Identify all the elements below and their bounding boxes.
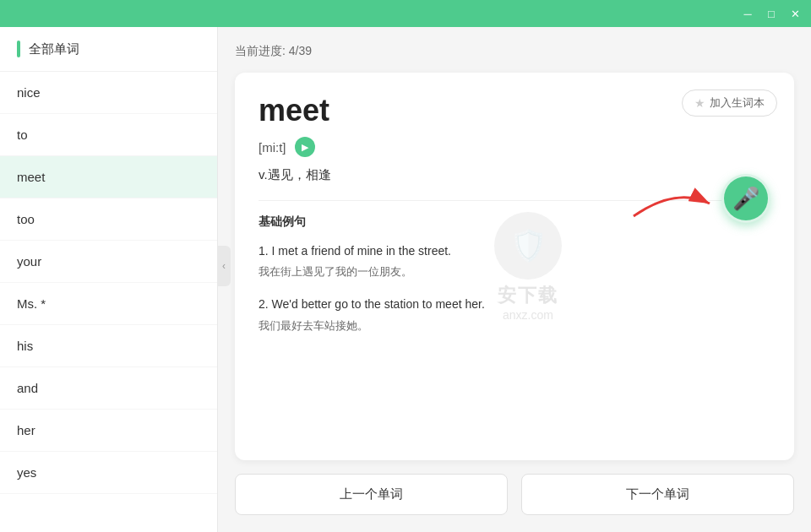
sidebar-title: 全部单词	[29, 41, 79, 57]
example-item-1: 1. I met a friend of mine in the street.…	[259, 242, 770, 281]
microphone-button[interactable]: 🎤	[721, 174, 770, 223]
sidebar-item-too[interactable]: too	[0, 198, 217, 241]
examples-title: 基础例句	[259, 214, 770, 230]
word-definition: v.遇见，相逢	[259, 167, 770, 183]
prev-word-button[interactable]: 上一个单词	[235, 474, 508, 515]
star-icon: ★	[694, 96, 705, 110]
example-2-zh: 我们最好去车站接她。	[259, 318, 770, 335]
phonetic-text: [mi:t]	[259, 140, 286, 155]
sidebar-item-nice[interactable]: nice	[0, 72, 217, 114]
window-controls: ─ □ ✕	[738, 6, 804, 21]
sidebar-item-ms[interactable]: Ms. *	[0, 283, 217, 325]
sidebar-indicator	[17, 41, 20, 57]
example-2-en: 2. We'd better go to the station to meet…	[259, 295, 770, 313]
sidebar-item-to[interactable]: to	[0, 114, 217, 156]
minimize-button[interactable]: ─	[738, 6, 757, 21]
microphone-icon: 🎤	[732, 186, 759, 212]
sound-icon: ▶	[302, 142, 308, 153]
add-vocab-button[interactable]: ★ 加入生词本	[682, 90, 777, 117]
main-layout: 全部单词 nice to meet too your Ms. * his	[0, 27, 811, 532]
word-phonetic: [mi:t] ▶	[259, 137, 770, 157]
example-1-en: 1. I met a friend of mine in the street.	[259, 242, 770, 260]
progress-label: 当前进度: 4/39	[235, 44, 794, 59]
example-1-zh: 我在街上遇见了我的一位朋友。	[259, 263, 770, 281]
content-area: 当前进度: 4/39 ★ 加入生词本 meet [mi:t] ▶ v.遇见，相逢	[218, 27, 811, 532]
examples-section: 基础例句 1. I met a friend of mine in the st…	[259, 200, 770, 334]
sidebar-header: 全部单词	[0, 27, 217, 72]
sidebar-item-his[interactable]: his	[0, 325, 217, 367]
collapse-sidebar-button[interactable]: ‹	[217, 246, 231, 286]
sidebar-item-and[interactable]: and	[0, 367, 217, 410]
card-top-right: ★ 加入生词本	[682, 90, 777, 117]
sound-button[interactable]: ▶	[295, 137, 315, 157]
sidebar-item-her[interactable]: her	[0, 410, 217, 452]
example-item-2: 2. We'd better go to the station to meet…	[259, 295, 770, 334]
sidebar: 全部单词 nice to meet too your Ms. * his	[0, 27, 218, 532]
word-card: ★ 加入生词本 meet [mi:t] ▶ v.遇见，相逢 基础例句 1. I …	[235, 73, 794, 460]
sidebar-item-yes[interactable]: yes	[0, 452, 217, 494]
maximize-button[interactable]: □	[762, 6, 781, 21]
title-bar: ─ □ ✕	[0, 0, 811, 27]
close-button[interactable]: ✕	[786, 6, 804, 21]
sidebar-item-your[interactable]: your	[0, 241, 217, 283]
sidebar-item-meet[interactable]: meet	[0, 156, 217, 198]
word-list: nice to meet too your Ms. * his and	[0, 72, 217, 532]
next-word-button[interactable]: 下一个单词	[521, 474, 794, 515]
bottom-navigation: 上一个单词 下一个单词	[235, 474, 794, 515]
